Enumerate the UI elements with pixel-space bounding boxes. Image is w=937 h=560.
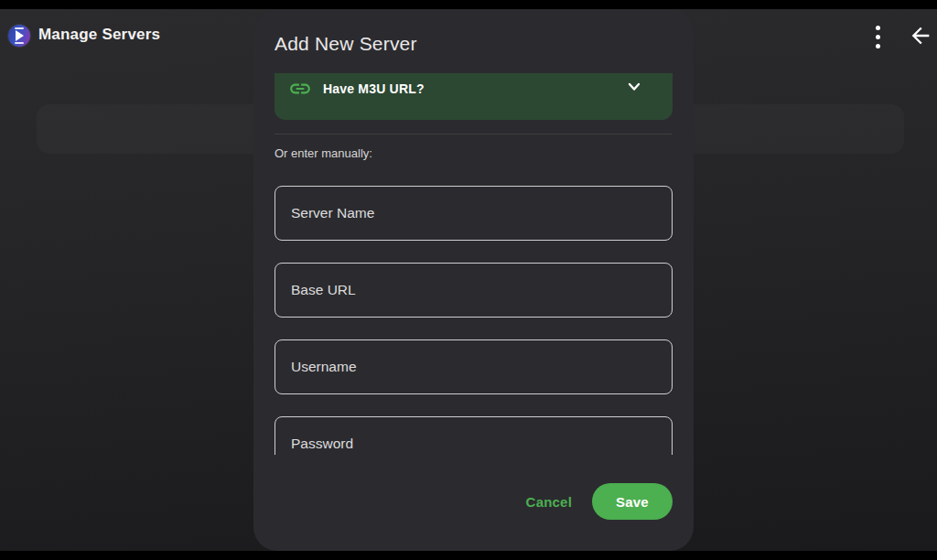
page-title: Manage Servers — [38, 26, 160, 44]
section-divider — [275, 134, 673, 135]
server-name-input[interactable] — [275, 186, 673, 241]
dialog-scroll-area[interactable]: Have M3U URL? Or enter manually: — [275, 73, 673, 455]
logo-text-mark — [15, 42, 24, 44]
back-arrow-icon[interactable] — [908, 23, 933, 48]
play-icon — [16, 30, 24, 41]
m3u-banner-label: Have M3U URL? — [323, 81, 425, 96]
screen: Manage Servers Add New Server Have — [0, 0, 937, 560]
m3u-url-expander[interactable]: Have M3U URL? — [275, 73, 673, 120]
dialog-title: Add New Server — [275, 33, 417, 55]
username-input[interactable] — [275, 339, 673, 394]
cancel-button[interactable]: Cancel — [526, 494, 572, 510]
base-url-input[interactable] — [275, 263, 673, 318]
manual-entry-hint: Or enter manually: — [275, 146, 673, 160]
app-logo-icon — [8, 25, 30, 47]
password-input[interactable] — [275, 416, 673, 455]
logo-text-mark — [15, 27, 24, 29]
kebab-menu-icon[interactable] — [869, 21, 886, 52]
app-surface: Manage Servers Add New Server Have — [0, 9, 937, 551]
save-button[interactable]: Save — [592, 483, 673, 520]
dialog-footer: Cancel Save — [275, 483, 673, 520]
add-server-dialog: Add New Server Have M3U URL? Or enter ma… — [253, 9, 694, 551]
link-icon — [288, 77, 312, 101]
chevron-down-icon[interactable] — [626, 79, 642, 95]
